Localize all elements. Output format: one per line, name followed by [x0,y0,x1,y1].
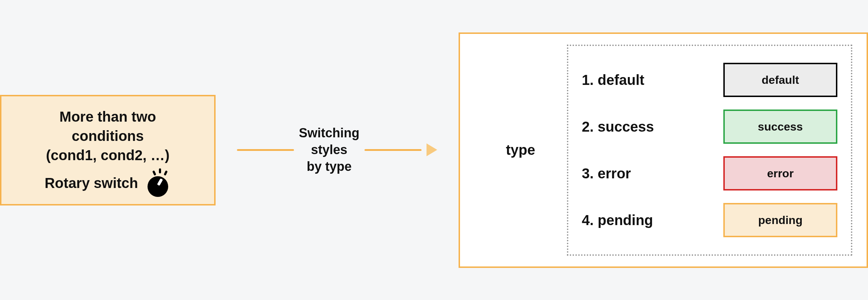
arrow-label: Switching styles by type [299,125,360,175]
swatch-default: default [723,63,837,97]
left-box-footer: Rotary switch [14,171,201,195]
entry-error-label: 3. error [582,166,709,182]
entry-default-label: 1. default [582,72,709,88]
arrow-label-line-3: by type [299,158,360,175]
arrow-head-icon [427,143,437,156]
arrow-label-line-1: Switching [299,125,360,142]
swatch-error: error [723,156,837,190]
swatch-pending: pending [723,203,837,237]
entry-pending-label: 4. pending [582,212,709,228]
conditions-line-2: conditions [14,126,201,146]
entry-success-label: 2. success [582,119,709,135]
arrow-label-line-2: styles [299,142,360,158]
style-switch-box: type 1. default default 2. success succe… [459,32,868,268]
arrow-flow: Switching styles by type [237,125,437,175]
arrow-line-right [365,149,422,151]
conditions-line-1: More than two [14,107,201,126]
rotary-knob-icon [148,171,171,195]
rotary-switch-label: Rotary switch [45,173,138,193]
conditions-line-3: (cond1, cond2, …) [14,146,201,165]
swatch-success: success [723,110,837,144]
arrow-line-left [237,149,294,151]
conditions-box: More than two conditions (cond1, cond2, … [0,95,216,205]
style-grid: 1. default default 2. success success 3.… [567,45,852,256]
type-column-label: type [474,142,567,158]
